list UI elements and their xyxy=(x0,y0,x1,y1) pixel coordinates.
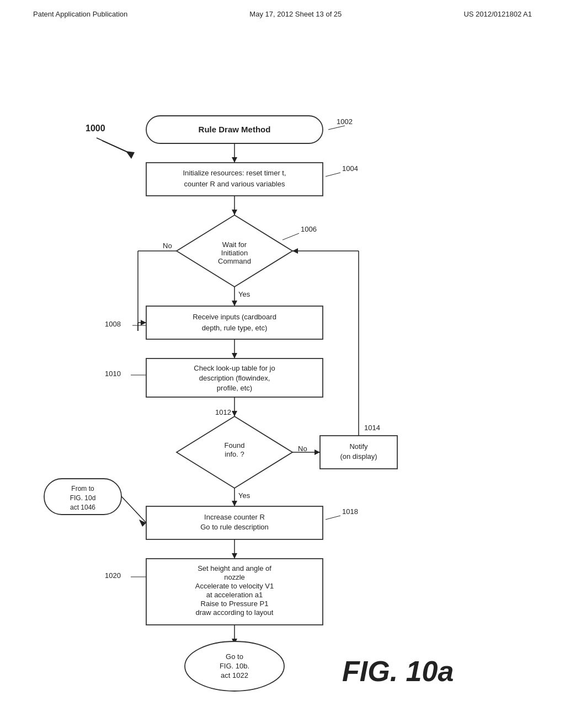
svg-marker-6 xyxy=(232,157,237,163)
svg-text:Increase counter R: Increase counter R xyxy=(204,513,265,521)
svg-text:Receive inputs (cardboard: Receive inputs (cardboard xyxy=(193,313,276,321)
svg-text:FIG. 10d: FIG. 10d xyxy=(70,494,96,502)
svg-rect-7 xyxy=(146,163,323,196)
svg-marker-66 xyxy=(232,553,237,559)
svg-marker-12 xyxy=(232,210,237,215)
svg-line-17 xyxy=(282,233,299,240)
svg-text:Go to rule description: Go to rule description xyxy=(200,523,269,531)
svg-text:Check look-up table for jo: Check look-up table for jo xyxy=(194,364,275,372)
svg-marker-30 xyxy=(141,320,146,325)
svg-text:Notify: Notify xyxy=(349,442,368,451)
svg-marker-54 xyxy=(232,501,237,506)
svg-text:draw according to layout: draw according to layout xyxy=(196,608,274,617)
ref-1004: 1004 xyxy=(342,164,358,173)
svg-text:counter R and various variable: counter R and various variables xyxy=(184,180,285,188)
ref-1008: 1008 xyxy=(105,320,121,328)
ref-1010: 1010 xyxy=(105,370,121,378)
svg-text:From to: From to xyxy=(71,485,94,493)
svg-text:Wait for: Wait for xyxy=(222,240,247,249)
svg-text:No: No xyxy=(163,242,172,250)
svg-text:depth, rule type, etc): depth, rule type, etc) xyxy=(202,324,268,332)
svg-text:FIG. 10b.: FIG. 10b. xyxy=(220,662,249,670)
svg-rect-25 xyxy=(146,306,323,339)
svg-marker-52 xyxy=(292,248,298,254)
svg-marker-64 xyxy=(139,520,146,527)
ref-1014: 1014 xyxy=(364,424,380,432)
svg-marker-49 xyxy=(315,449,320,455)
svg-text:Command: Command xyxy=(218,257,251,265)
svg-line-10 xyxy=(326,173,340,176)
svg-text:nozzle: nozzle xyxy=(224,573,245,581)
svg-text:description (flowindex,: description (flowindex, xyxy=(199,374,270,382)
header-right: US 2012/0121802 A1 xyxy=(463,10,532,18)
diagram-container: 1000 Rule Draw Method 1002 Initialize re… xyxy=(0,33,565,728)
svg-text:Set height and angle of: Set height and angle of xyxy=(198,564,271,572)
ref-1012: 1012 xyxy=(215,408,231,416)
svg-text:No: No xyxy=(298,445,307,453)
ref-1020: 1020 xyxy=(105,571,121,580)
ref-1018: 1018 xyxy=(342,507,358,516)
label-1000: 1000 xyxy=(86,124,105,133)
svg-line-58 xyxy=(326,516,340,520)
svg-text:(on display): (on display) xyxy=(340,452,377,461)
figure-label: FIG. 10a xyxy=(342,655,454,687)
svg-marker-2 xyxy=(126,151,135,159)
ref-1002: 1002 xyxy=(337,117,353,126)
svg-marker-32 xyxy=(232,353,237,358)
header-left: Patent Application Publication xyxy=(33,10,127,18)
svg-text:act 1046: act 1046 xyxy=(70,504,95,511)
svg-text:profile, etc): profile, etc) xyxy=(217,384,252,392)
svg-text:at acceleration a1: at acceleration a1 xyxy=(206,591,263,599)
ref-1006: 1006 xyxy=(301,225,317,233)
svg-marker-39 xyxy=(232,411,237,416)
svg-line-63 xyxy=(121,496,146,523)
svg-text:Raise to Pressure P1: Raise to Pressure P1 xyxy=(201,599,269,608)
svg-text:Go to: Go to xyxy=(226,652,243,661)
svg-text:info. ?: info. ? xyxy=(225,450,244,458)
header-middle: May 17, 2012 Sheet 13 of 25 xyxy=(249,10,342,18)
svg-text:Yes: Yes xyxy=(238,290,250,298)
svg-text:Initiation: Initiation xyxy=(221,249,248,257)
svg-text:Accelerate to velocity V1: Accelerate to velocity V1 xyxy=(195,582,274,590)
svg-line-4 xyxy=(328,126,345,130)
svg-text:Yes: Yes xyxy=(238,491,250,500)
svg-text:act 1022: act 1022 xyxy=(221,671,248,679)
svg-text:Initialize resources: reset ti: Initialize resources: reset timer t, xyxy=(183,169,286,177)
node-1002-label: Rule Draw Method xyxy=(199,125,271,134)
svg-text:Found: Found xyxy=(225,441,245,449)
page-header: Patent Application Publication May 17, 2… xyxy=(0,0,565,24)
svg-marker-23 xyxy=(232,301,237,306)
